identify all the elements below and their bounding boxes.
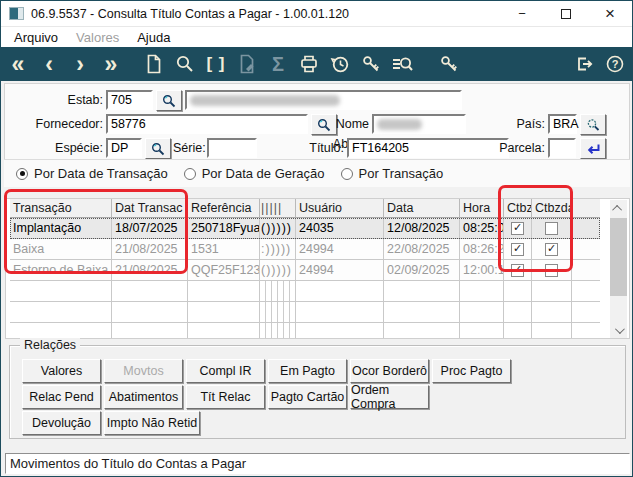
parcela-label: Parcela: bbox=[497, 138, 545, 158]
svg-text:?: ? bbox=[612, 58, 619, 70]
cell-data: 12/08/2025 bbox=[384, 218, 460, 239]
new-document-button[interactable] bbox=[143, 51, 165, 77]
key-button[interactable] bbox=[438, 51, 460, 77]
ctbzda-checkbox[interactable] bbox=[545, 264, 558, 277]
table-row[interactable]: Implantação 18/07/2025 250718Fyua ()))))… bbox=[10, 218, 600, 239]
ctbzda-checkbox[interactable] bbox=[545, 222, 558, 235]
col-collapsed[interactable]: ||||| bbox=[260, 199, 296, 218]
table-row[interactable]: Estorno de Baixa 21/08/2025 QQF25F123F (… bbox=[10, 260, 600, 281]
col-referencia[interactable]: Referência bbox=[188, 199, 260, 218]
radio-por-transacao[interactable]: Por Transação bbox=[341, 166, 444, 181]
radio-por-data-transacao[interactable]: Por Data de Transação bbox=[16, 166, 168, 181]
ctbz-checkbox[interactable] bbox=[511, 222, 524, 235]
pagto-cartao-button[interactable]: Pagto Cartão bbox=[268, 385, 347, 409]
relac-pend-button[interactable]: Relac Pend bbox=[22, 385, 101, 409]
history-button[interactable] bbox=[329, 51, 351, 77]
redacted-text bbox=[190, 95, 340, 106]
cell-dat-transac: 21/08/2025 bbox=[112, 260, 188, 281]
estab-lookup-button[interactable] bbox=[156, 90, 182, 111]
prev-record-icon: ‹ bbox=[45, 53, 53, 75]
edit-document-button[interactable] bbox=[236, 51, 258, 77]
query-list-icon bbox=[391, 54, 413, 74]
history-icon bbox=[330, 54, 350, 74]
last-record-button[interactable]: » bbox=[100, 51, 122, 77]
magnifier-icon bbox=[162, 94, 176, 108]
next-record-button[interactable]: › bbox=[69, 51, 91, 77]
ctbzda-checkbox[interactable] bbox=[545, 243, 558, 256]
col-hora[interactable]: Hora bbox=[460, 199, 504, 218]
cell-dat-transac: 18/07/2025 bbox=[112, 218, 188, 239]
abatimentos-button[interactable]: Abatimentos bbox=[104, 385, 183, 409]
fornecedor-input[interactable]: 58776 bbox=[106, 114, 308, 134]
impto-nao-retid-button[interactable]: Impto Não Retid bbox=[104, 411, 200, 435]
sum-button[interactable]: Σ bbox=[267, 51, 289, 77]
pais-input[interactable]: BRA bbox=[548, 114, 577, 134]
menu-arquivo[interactable]: Arquivo bbox=[5, 28, 67, 47]
titulo-input[interactable]: FT164205 bbox=[347, 138, 509, 158]
col-dat-transac[interactable]: Dat Transac bbox=[112, 199, 188, 218]
ordem-compra-button[interactable]: Ordem Compra bbox=[350, 385, 429, 409]
valores-button[interactable]: Valores bbox=[22, 359, 101, 383]
tit-relac-button[interactable]: Tít Relac bbox=[186, 385, 265, 409]
radio-dot bbox=[341, 168, 353, 180]
especie-lookup-button[interactable] bbox=[145, 138, 171, 159]
vertical-scrollbar[interactable] bbox=[610, 200, 627, 338]
query-list-button[interactable] bbox=[391, 51, 413, 77]
table-header-row: Transação Dat Transac Referência ||||| U… bbox=[10, 199, 600, 218]
radio-dot bbox=[16, 168, 28, 180]
col-ctbz[interactable]: Ctbz bbox=[504, 199, 532, 218]
menu-valores[interactable]: Valores bbox=[67, 28, 128, 47]
ctbz-checkbox[interactable] bbox=[511, 243, 524, 256]
col-transacao[interactable]: Transação bbox=[10, 199, 112, 218]
brackets-button[interactable]: [ ] bbox=[205, 51, 227, 77]
last-record-icon: » bbox=[105, 53, 118, 75]
radio-label: Por Transação bbox=[359, 166, 444, 181]
search-button[interactable] bbox=[174, 51, 196, 77]
ctbz-checkbox[interactable] bbox=[511, 264, 524, 277]
first-record-button[interactable]: « bbox=[7, 51, 29, 77]
app-icon bbox=[9, 7, 24, 20]
exit-button[interactable] bbox=[573, 51, 595, 77]
status-text: Movimentos do Título do Contas a Pagar bbox=[10, 456, 246, 471]
especie-input[interactable]: DP bbox=[106, 138, 142, 158]
col-data[interactable]: Data bbox=[384, 199, 460, 218]
col-ctbzda[interactable]: Ctbzda bbox=[532, 199, 572, 218]
devolucao-button[interactable]: Devolução bbox=[22, 411, 101, 435]
radio-label: Por Data de Transação bbox=[34, 166, 168, 181]
minimize-button[interactable]: − bbox=[500, 1, 544, 26]
magnifier-icon bbox=[151, 142, 165, 156]
parcela-input[interactable] bbox=[548, 138, 576, 158]
serie-input[interactable] bbox=[207, 138, 257, 158]
cell-hora: 08:25:00 bbox=[460, 218, 504, 239]
zoom-magnifier-icon bbox=[586, 118, 600, 132]
radio-por-data-geracao[interactable]: Por Data de Geração bbox=[184, 166, 325, 181]
cell-collapsed: ())))) bbox=[260, 260, 296, 281]
proc-pagto-button[interactable]: Proc Pagto bbox=[432, 359, 511, 383]
scrollbar-thumb[interactable] bbox=[610, 218, 627, 296]
enter-arrow-icon bbox=[585, 142, 601, 156]
radio-dot bbox=[184, 168, 196, 180]
menu-ajuda[interactable]: Ajuda bbox=[128, 28, 179, 47]
movtos-button[interactable]: Movtos bbox=[104, 359, 183, 383]
maximize-button[interactable] bbox=[544, 1, 588, 26]
estab-input[interactable]: 705 bbox=[106, 90, 153, 110]
empty-row bbox=[10, 281, 600, 302]
prev-record-button[interactable]: ‹ bbox=[38, 51, 60, 77]
help-icon: ? bbox=[605, 54, 625, 74]
ocor-bordero-button[interactable]: Ocor Borderô bbox=[350, 359, 429, 383]
close-button[interactable]: × bbox=[588, 1, 632, 26]
table-row[interactable]: Baixa 21/08/2025 1531 :))))) 24994 22/08… bbox=[10, 239, 600, 260]
key-search-button[interactable] bbox=[360, 51, 382, 77]
empty-row bbox=[10, 323, 600, 339]
pais-zoom-button[interactable] bbox=[580, 114, 606, 135]
print-button[interactable] bbox=[298, 51, 320, 77]
col-usuario[interactable]: Usuário bbox=[296, 199, 384, 218]
cell-data: 22/08/2025 bbox=[384, 239, 460, 260]
em-pagto-button[interactable]: Em Pagto bbox=[268, 359, 347, 383]
titulo-label: Título: bbox=[303, 138, 344, 158]
help-button[interactable]: ? bbox=[604, 51, 626, 77]
confirm-enter-button[interactable] bbox=[580, 138, 606, 159]
scroll-up-button[interactable] bbox=[610, 200, 627, 216]
compl-ir-button[interactable]: Compl IR bbox=[186, 359, 265, 383]
scroll-down-button[interactable] bbox=[610, 322, 627, 338]
